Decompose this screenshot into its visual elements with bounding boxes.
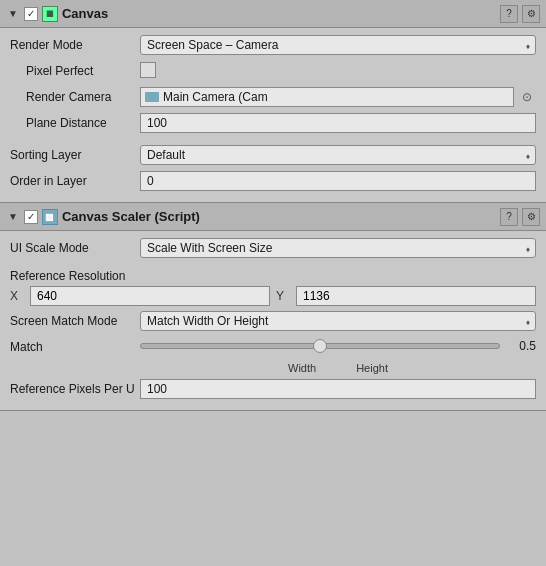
match-slider-value: 0.5 <box>506 339 536 353</box>
plane-distance-row: Plane Distance 100 <box>10 112 536 134</box>
reference-resolution-label: Reference Resolution <box>10 269 536 283</box>
render-mode-row: Render Mode Screen Space – Camera <box>10 34 536 56</box>
ref-pixels-label: Reference Pixels Per U <box>10 382 140 396</box>
xy-resolution-row: X Y <box>10 286 536 306</box>
pixel-perfect-row: Pixel Perfect <box>10 60 536 82</box>
ref-pixels-row: Reference Pixels Per U 100 <box>10 378 536 400</box>
render-camera-row: Render Camera Main Camera (Cam ⊙ <box>10 86 536 108</box>
canvas-scaler-panel-title: Canvas Scaler (Script) <box>62 209 496 224</box>
y-resolution-input[interactable] <box>296 286 536 306</box>
ui-scale-mode-row: UI Scale Mode Scale With Screen Size <box>10 237 536 259</box>
ui-scale-mode-value: Scale With Screen Size <box>147 241 272 255</box>
match-field: 0.5 <box>140 339 536 355</box>
y-label: Y <box>276 289 290 303</box>
sorting-layer-dropdown[interactable]: Default <box>140 145 536 165</box>
x-label: X <box>10 289 24 303</box>
gear-icon: ⚙ <box>527 8 536 19</box>
canvas-panel: ▼ ▦ Canvas ? ⚙ Render Mode Screen Space … <box>0 0 546 203</box>
sorting-layer-row: Sorting Layer Default <box>10 144 536 166</box>
order-in-layer-field: 0 <box>140 171 536 191</box>
help-icon: ? <box>506 8 512 19</box>
render-camera-field: Main Camera (Cam ⊙ <box>140 87 536 107</box>
canvas-scaler-gear-button[interactable]: ⚙ <box>522 208 540 226</box>
canvas-help-button[interactable]: ? <box>500 5 518 23</box>
pixel-perfect-field <box>140 62 536 81</box>
canvas-scaler-enable-checkbox[interactable] <box>24 210 38 224</box>
canvas-panel-header: ▼ ▦ Canvas ? ⚙ <box>0 0 546 28</box>
ui-scale-mode-label: UI Scale Mode <box>10 241 140 255</box>
ui-scale-mode-field: Scale With Screen Size <box>140 238 536 258</box>
order-in-layer-label: Order in Layer <box>10 174 140 188</box>
camera-icon <box>145 92 159 102</box>
render-mode-label: Render Mode <box>10 38 140 52</box>
render-camera-value: Main Camera (Cam <box>163 90 268 104</box>
plane-distance-label: Plane Distance <box>10 116 140 130</box>
canvas-scaler-help-button[interactable]: ? <box>500 208 518 226</box>
render-mode-dropdown[interactable]: Screen Space – Camera <box>140 35 536 55</box>
plane-distance-input[interactable]: 100 <box>140 113 536 133</box>
x-resolution-input[interactable] <box>30 286 270 306</box>
screen-match-mode-value: Match Width Or Height <box>147 314 268 328</box>
canvas-scaler-panel-header: ▼ ▦ Canvas Scaler (Script) ? ⚙ <box>0 203 546 231</box>
canvas-enable-checkbox[interactable] <box>24 7 38 21</box>
screen-match-mode-label: Screen Match Mode <box>10 314 140 328</box>
canvas-scaler-collapse-arrow[interactable]: ▼ <box>6 209 20 224</box>
canvas-scaler-gear-icon: ⚙ <box>527 211 536 222</box>
screen-match-mode-dropdown[interactable]: Match Width Or Height <box>140 311 536 331</box>
render-mode-value: Screen Space – Camera <box>147 38 278 52</box>
ref-pixels-field: 100 <box>140 379 536 399</box>
render-camera-label: Render Camera <box>10 90 140 104</box>
canvas-scaler-component-icon: ▦ <box>42 209 58 225</box>
canvas-panel-body: Render Mode Screen Space – Camera Pixel … <box>0 28 546 202</box>
canvas-panel-title: Canvas <box>62 6 496 21</box>
order-in-layer-row: Order in Layer 0 <box>10 170 536 192</box>
canvas-scaler-help-icon: ? <box>506 211 512 222</box>
match-slider-thumb[interactable] <box>313 339 327 353</box>
pixel-perfect-label: Pixel Perfect <box>10 64 140 78</box>
canvas-gear-button[interactable]: ⚙ <box>522 5 540 23</box>
sorting-layer-value: Default <box>147 148 185 162</box>
width-label: Width <box>288 362 316 374</box>
render-mode-field: Screen Space – Camera <box>140 35 536 55</box>
match-row: Match 0.5 <box>10 336 536 358</box>
match-slider-row: 0.5 <box>140 339 536 353</box>
render-camera-input[interactable]: Main Camera (Cam <box>140 87 514 107</box>
ui-scale-mode-dropdown[interactable]: Scale With Screen Size <box>140 238 536 258</box>
pixel-perfect-checkbox[interactable] <box>140 62 156 78</box>
screen-match-mode-row: Screen Match Mode Match Width Or Height <box>10 310 536 332</box>
canvas-collapse-arrow[interactable]: ▼ <box>6 6 20 21</box>
sorting-layer-label: Sorting Layer <box>10 148 140 162</box>
width-height-labels: Width Height <box>10 362 536 374</box>
screen-match-mode-field: Match Width Or Height <box>140 311 536 331</box>
plane-distance-field: 100 <box>140 113 536 133</box>
match-label: Match <box>10 340 140 354</box>
match-slider-track[interactable] <box>140 343 500 349</box>
canvas-scaler-panel-body: UI Scale Mode Scale With Screen Size Ref… <box>0 231 546 410</box>
height-label: Height <box>356 362 388 374</box>
sorting-layer-field: Default <box>140 145 536 165</box>
order-in-layer-input[interactable]: 0 <box>140 171 536 191</box>
render-camera-settings-button[interactable]: ⊙ <box>518 88 536 106</box>
canvas-scaler-panel: ▼ ▦ Canvas Scaler (Script) ? ⚙ UI Scale … <box>0 203 546 411</box>
canvas-component-icon: ▦ <box>42 6 58 22</box>
ref-pixels-input[interactable]: 100 <box>140 379 536 399</box>
